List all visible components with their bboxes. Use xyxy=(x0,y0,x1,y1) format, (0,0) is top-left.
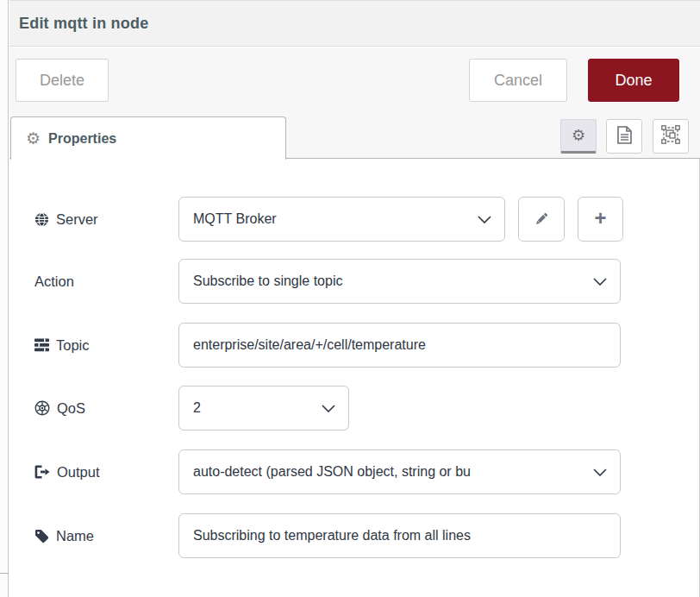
dialog-title: Edit mqtt in node xyxy=(19,15,148,33)
server-select[interactable]: MQTT Broker xyxy=(178,197,505,242)
qos-label: QoS xyxy=(34,386,85,430)
topic-label: Topic xyxy=(34,323,90,368)
gear-icon: ⚙ xyxy=(572,128,585,143)
tab-properties-label: Properties xyxy=(48,131,116,147)
add-server-button[interactable]: + xyxy=(578,197,623,242)
edit-server-button[interactable] xyxy=(518,197,565,242)
editor-tabstrip: ⚙ Properties ⚙ xyxy=(9,112,700,159)
done-button[interactable]: Done xyxy=(588,59,679,102)
gear-icon: ⚙ xyxy=(26,130,41,147)
chevron-down-icon xyxy=(593,468,607,476)
action-label: Action xyxy=(34,259,74,304)
edit-mqtt-in-node-dialog: { "window": { "title": "Edit mqtt in nod… xyxy=(0,0,700,597)
globe-icon xyxy=(34,212,49,227)
action-select[interactable]: Subscribe to single topic xyxy=(178,259,621,304)
tasks-icon xyxy=(34,338,49,352)
topic-input[interactable] xyxy=(178,323,621,368)
file-text-icon xyxy=(617,126,632,148)
properties-panel: Server MQTT Broker + Action Subscribe to… xyxy=(9,159,700,597)
qos-select[interactable]: 2 xyxy=(178,386,349,430)
chevron-down-icon xyxy=(593,278,607,286)
output-label: Output xyxy=(34,449,100,494)
workspace-edge xyxy=(0,0,9,597)
tag-icon xyxy=(34,529,49,544)
tab-button-appearance[interactable] xyxy=(653,119,689,154)
sign-out-icon xyxy=(34,465,50,479)
output-select[interactable]: auto-detect (parsed JSON object, string … xyxy=(178,449,621,494)
tab-button-description[interactable] xyxy=(606,119,642,154)
action-select-value: Subscribe to single topic xyxy=(193,273,342,289)
server-select-value: MQTT Broker xyxy=(193,211,277,227)
server-label: Server xyxy=(34,197,98,242)
dialog-toolbar: Delete Cancel Done xyxy=(9,47,700,112)
chevron-down-icon xyxy=(478,216,491,223)
empire-icon xyxy=(34,400,50,416)
cancel-button[interactable]: Cancel xyxy=(469,59,567,102)
output-select-value: auto-detect (parsed JSON object, string … xyxy=(193,464,471,480)
pencil-icon xyxy=(534,211,549,227)
qos-select-value: 2 xyxy=(193,400,201,416)
delete-button[interactable]: Delete xyxy=(16,59,109,102)
dialog-header: Edit mqtt in node xyxy=(9,0,700,47)
object-group-icon xyxy=(661,125,680,148)
tab-button-properties[interactable]: ⚙ xyxy=(560,119,597,154)
tab-properties[interactable]: ⚙ Properties xyxy=(10,116,286,160)
name-input[interactable] xyxy=(178,513,621,558)
chevron-down-icon xyxy=(322,405,335,412)
name-label: Name xyxy=(34,513,94,558)
workspace-edge-divider xyxy=(0,573,9,574)
plus-icon: + xyxy=(594,208,606,229)
